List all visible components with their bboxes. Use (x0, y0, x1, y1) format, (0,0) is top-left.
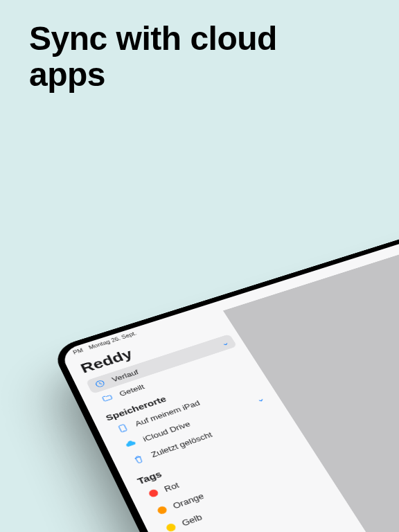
tag-label: Grün (189, 487, 326, 532)
tag-color-dot (157, 505, 168, 515)
folder-icon (99, 392, 115, 405)
icloud-icon (122, 437, 139, 450)
tag-label: Lila (208, 521, 348, 532)
tag-color-dot (148, 488, 159, 498)
tags-heading: Tags (136, 423, 292, 486)
tag-label: Blau (198, 504, 337, 532)
ipad-icon (114, 422, 131, 435)
tag-item-gruen[interactable]: Grün (166, 481, 334, 532)
clock-icon (92, 378, 108, 390)
svg-rect-1 (118, 425, 127, 432)
tag-color-dot (165, 522, 177, 532)
tag-item-blau[interactable]: Blau (175, 498, 345, 532)
svg-point-2 (123, 430, 124, 431)
tag-label: Gelb (180, 471, 316, 528)
tag-item-lila[interactable]: Lila (184, 515, 355, 532)
chevron-down-icon: ⌄ (254, 393, 267, 404)
ipad-device: PM Montag 26. Sept. ••• Reddy Verlau (51, 211, 399, 532)
tag-item-orange[interactable]: Orange (148, 450, 312, 522)
trash-icon (130, 452, 148, 466)
ipad-screen: PM Montag 26. Sept. ••• Reddy Verlau (60, 216, 399, 532)
tag-item-gelb[interactable]: Gelb (157, 466, 323, 532)
chevron-down-icon: ⌄ (219, 338, 231, 348)
device-stage: PM Montag 26. Sept. ••• Reddy Verlau (0, 0, 399, 532)
status-time-suffix: PM (72, 347, 84, 355)
